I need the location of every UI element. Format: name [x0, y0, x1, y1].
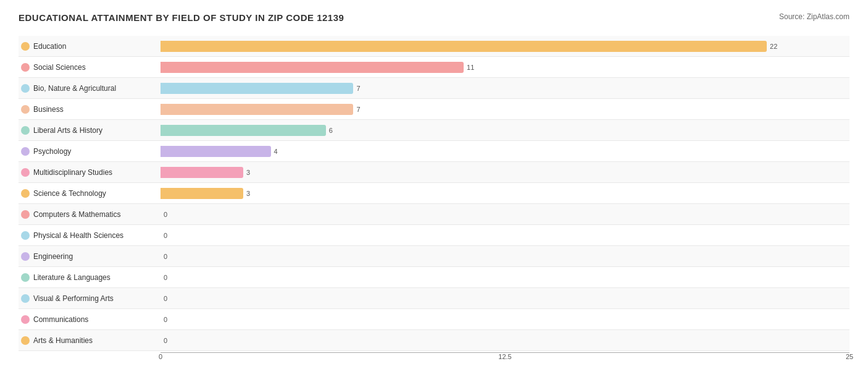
bar-dot — [21, 210, 30, 219]
bar-label-container: Multidisciplinary Studies — [19, 168, 161, 177]
bar-row: Visual & Performing Arts0 — [19, 288, 849, 309]
bar-track: 0 — [161, 335, 849, 346]
bar-track: 11 — [161, 62, 849, 73]
bar-dot — [21, 126, 30, 135]
bar-track: 0 — [161, 293, 849, 304]
bar-row: Psychology4 — [19, 141, 849, 162]
bar-label-text: Physical & Health Sciences — [33, 231, 123, 240]
bar-label-container: Computers & Mathematics — [19, 210, 161, 219]
bar-row: Arts & Humanities0 — [19, 330, 849, 351]
bar-row: Social Sciences11 — [19, 57, 849, 78]
bar-row: Business7 — [19, 99, 849, 120]
bar-track: 3 — [161, 167, 849, 178]
bar-dot — [21, 315, 30, 324]
bar-label-text: Visual & Performing Arts — [33, 294, 114, 303]
chart-title: EDUCATIONAL ATTAINMENT BY FIELD OF STUDY… — [19, 12, 344, 23]
bar-label-text: Multidisciplinary Studies — [33, 168, 112, 177]
bar-label-container: Liberal Arts & History — [19, 126, 161, 135]
bar-label-text: Science & Technology — [33, 189, 106, 198]
bar-label-container: Communications — [19, 315, 161, 324]
bar-label-text: Arts & Humanities — [33, 336, 93, 345]
bar-label-text: Liberal Arts & History — [33, 126, 102, 135]
bar-fill — [161, 41, 767, 52]
bar-label-container: Business — [19, 105, 161, 114]
bar-track: 0 — [161, 272, 849, 283]
bar-track: 22 — [161, 41, 849, 52]
bar-value-label: 0 — [164, 232, 167, 239]
bar-label-container: Arts & Humanities — [19, 336, 161, 345]
bar-label-container: Engineering — [19, 252, 161, 261]
bar-track: 3 — [161, 188, 849, 199]
bar-dot — [21, 336, 30, 345]
bar-dot — [21, 168, 30, 177]
bar-row: Physical & Health Sciences0 — [19, 225, 849, 246]
bar-dot — [21, 294, 30, 303]
bar-label-container: Education — [19, 42, 161, 51]
bar-track: 6 — [161, 125, 849, 136]
bar-value-label: 0 — [164, 337, 167, 344]
bar-track: 0 — [161, 251, 849, 262]
bar-fill — [161, 167, 243, 178]
bar-track: 0 — [161, 314, 849, 325]
bar-label-text: Education — [33, 42, 66, 51]
bar-track: 0 — [161, 209, 849, 220]
bar-value-label: 0 — [164, 316, 167, 323]
bar-fill — [161, 62, 464, 73]
x-axis-footer: 0 12.5 25 — [19, 352, 849, 367]
bar-label-container: Bio, Nature & Agricultural — [19, 84, 161, 93]
bar-dot — [21, 273, 30, 282]
bar-label-container: Social Sciences — [19, 63, 161, 72]
bar-row: Literature & Languages0 — [19, 267, 849, 288]
bar-dot — [21, 252, 30, 261]
bar-dot — [21, 189, 30, 198]
bar-label-container: Physical & Health Sciences — [19, 231, 161, 240]
bar-value-label: 0 — [164, 274, 167, 281]
bar-value-label: 3 — [246, 169, 250, 176]
bar-value-label: 0 — [164, 295, 167, 302]
bar-fill — [161, 188, 243, 199]
bar-track: 4 — [161, 146, 849, 157]
bar-label-text: Bio, Nature & Agricultural — [33, 84, 116, 93]
bar-value-label: 11 — [467, 64, 474, 71]
bar-label-container: Visual & Performing Arts — [19, 294, 161, 303]
bar-dot — [21, 105, 30, 114]
bar-track: 7 — [161, 104, 849, 115]
bar-row: Science & Technology3 — [19, 183, 849, 204]
bar-label-text: Computers & Mathematics — [33, 210, 120, 219]
bar-row: Education22 — [19, 36, 849, 57]
bar-label-text: Business — [33, 105, 64, 114]
bar-value-label: 7 — [356, 85, 360, 92]
bar-fill — [161, 83, 353, 94]
bar-label-text: Engineering — [33, 252, 73, 261]
bar-fill — [161, 146, 271, 157]
bar-row: Communications0 — [19, 309, 849, 330]
bar-dot — [21, 42, 30, 51]
bar-label-text: Social Sciences — [33, 63, 86, 72]
bar-label-container: Psychology — [19, 147, 161, 156]
bar-track: 7 — [161, 83, 849, 94]
bar-label-container: Literature & Languages — [19, 273, 161, 282]
bar-label-text: Psychology — [33, 147, 71, 156]
bar-dot — [21, 84, 30, 93]
bar-track: 0 — [161, 230, 849, 241]
bar-row: Engineering0 — [19, 246, 849, 267]
source-label: Source: ZipAtlas.com — [779, 12, 849, 21]
bar-dot — [21, 63, 30, 72]
bar-dot — [21, 147, 30, 156]
bar-value-label: 0 — [164, 253, 167, 260]
bar-value-label: 6 — [329, 127, 333, 134]
bar-label-text: Communications — [33, 315, 88, 324]
bar-value-label: 22 — [770, 43, 777, 50]
bar-value-label: 3 — [246, 190, 250, 197]
bar-dot — [21, 231, 30, 240]
bar-row: Liberal Arts & History6 — [19, 120, 849, 141]
bar-label-text: Literature & Languages — [33, 273, 111, 282]
bar-value-label: 7 — [356, 106, 360, 113]
bar-row: Bio, Nature & Agricultural7 — [19, 78, 849, 99]
bar-value-label: 4 — [274, 148, 278, 155]
bar-value-label: 0 — [164, 211, 167, 218]
bar-row: Computers & Mathematics0 — [19, 204, 849, 225]
bar-fill — [161, 104, 353, 115]
bar-fill — [161, 125, 326, 136]
bar-label-container: Science & Technology — [19, 189, 161, 198]
